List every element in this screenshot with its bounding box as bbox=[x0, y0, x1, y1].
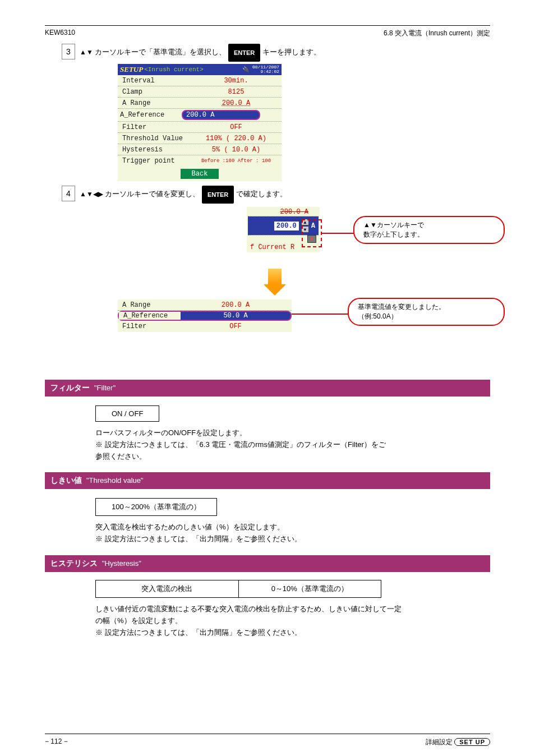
setup-screen: SETUP <Inrush current> 🔌 08/11/2007 9:42… bbox=[118, 64, 282, 181]
section-hysteresis-bar: ヒステリシス "Hysteresis" bbox=[45, 555, 490, 572]
section-threshold-jp: しきい値 bbox=[50, 476, 82, 485]
filter-body: ローパスフィルターのON/OFFを設定します。 ※ 設定方法につきましては、「6… bbox=[95, 427, 490, 462]
footer-right: 詳細設定 SET UP bbox=[426, 737, 490, 747]
filter-body-1: ローパスフィルターのON/OFFを設定します。 bbox=[95, 427, 490, 439]
section-filter-bar: フィルター "Filter" bbox=[45, 380, 490, 397]
step-4: 4 ▲▼◀▶ カーソルキーで値を変更し、 ENTER で確定します。 bbox=[45, 186, 490, 204]
value-aref-selected[interactable]: 200.0 A bbox=[182, 110, 260, 120]
value-arange: 200.0 A bbox=[195, 99, 277, 107]
screen-time: 9:42:02 bbox=[260, 69, 279, 74]
label-interval: Interval bbox=[122, 77, 195, 85]
label-aref: A_Reference bbox=[120, 111, 182, 119]
after-screenshot: A Range 200.0 A A_Reference 50.0 A Filte… bbox=[118, 299, 292, 332]
header-rule bbox=[45, 25, 490, 26]
cursor-icons: ▲▼◀▶ bbox=[80, 190, 103, 198]
screen-titlebar: SETUP <Inrush current> 🔌 08/11/2007 9:42… bbox=[118, 64, 282, 75]
step-3: 3 ▲▼ カーソルキーで「基準電流」を選択し、 ENTER キーを押します。 bbox=[45, 44, 490, 62]
after-value-aref[interactable]: 50.0 A bbox=[181, 312, 290, 320]
callout-updown: ▲▼カーソルキーで 数字が上下します。 bbox=[353, 216, 505, 244]
callout-changed: 基準電流値を変更しました。 （例:50.0A） bbox=[348, 298, 505, 326]
section-hysteresis-en: "Hysteresis" bbox=[102, 559, 141, 568]
after-label-arange: A Range bbox=[122, 301, 184, 309]
hysteresis-body: しきい値付近の電流変動による不要な突入電流の検出を防止するため、しきい値に対して… bbox=[95, 603, 490, 638]
row-arange: A Range 200.0 A bbox=[118, 98, 282, 109]
value-interval: 30min. bbox=[195, 77, 277, 85]
up-down-icon: ▲▼ bbox=[80, 48, 93, 56]
value-filter: OFF bbox=[195, 123, 277, 131]
row-interval: Interval 30min. bbox=[118, 75, 282, 86]
screen-subtitle: <Inrush current> bbox=[144, 66, 204, 73]
back-button[interactable]: Back bbox=[181, 169, 219, 179]
spinner-value-input[interactable]: 200.0 bbox=[273, 220, 300, 232]
callout1-l1: ▲▼カーソルキーで bbox=[363, 220, 495, 230]
spinner-old-value: 200.0 A bbox=[248, 208, 319, 216]
label-threshold: Threshold Value bbox=[122, 135, 195, 142]
after-row-aref: A_Reference 50.0 A bbox=[118, 311, 292, 321]
step-text: ▲▼◀▶ カーソルキーで値を変更し、 ENTER で確定します。 bbox=[80, 186, 490, 204]
callout2-l1: 基準電流値を変更しました。 bbox=[358, 302, 495, 312]
setup-logo: SETUP bbox=[120, 65, 143, 74]
row-hysteresis: Hysteresis 5% ( 10.0 A) bbox=[118, 144, 282, 155]
page-footer: − 112 − 詳細設定 SET UP bbox=[45, 734, 490, 747]
trigger-after: After : 100 bbox=[238, 158, 271, 164]
filter-body-3: 参照ください。 bbox=[95, 451, 490, 463]
hyst-box-right: 0～10%（基準電流の） bbox=[238, 580, 382, 598]
section-threshold-en: "Threshold value" bbox=[86, 476, 144, 485]
red-dashed-highlight bbox=[302, 219, 322, 247]
step3-text-a: カーソルキーで「基準電流」を選択し、 bbox=[95, 48, 226, 56]
after-value-arange: 200.0 A bbox=[184, 301, 287, 309]
after-row-arange: A Range 200.0 A bbox=[118, 299, 292, 311]
section-threshold-bar: しきい値 "Threshold value" bbox=[45, 472, 490, 489]
section-hysteresis-jp: ヒステリシス bbox=[50, 559, 98, 568]
footer-right-label: 詳細設定 bbox=[426, 738, 453, 746]
threshold-body-2: ※ 設定方法につきましては、「出力間隔」をご参照ください。 bbox=[95, 533, 490, 545]
enter-key: ENTER bbox=[202, 186, 234, 204]
filter-body-2: ※ 設定方法につきましては、「6.3 電圧・電流のrms値測定」のフィルター（F… bbox=[95, 439, 490, 451]
screen-status-icons: 🔌 08/11/2007 9:42:02 bbox=[242, 65, 279, 74]
value-trigger: Before :100 After : 100 bbox=[195, 158, 277, 164]
step-text: ▲▼ カーソルキーで「基準電流」を選択し、 ENTER キーを押します。 bbox=[80, 44, 490, 62]
section-filter-en: "Filter" bbox=[94, 384, 116, 392]
after-row-filter: Filter OFF bbox=[118, 321, 292, 332]
hyst-body-1: しきい値付近の電流変動による不要な突入電流の検出を防止するため、しきい値に対して… bbox=[95, 603, 490, 615]
header-right: 6.8 突入電流（Inrush current）測定 bbox=[384, 29, 490, 38]
value-clamp: 8125 bbox=[195, 88, 277, 96]
step4-illustration: 200.0 A 200.0 ▲ ▼ A ✖ f Current R ▲▼カーソル… bbox=[118, 207, 490, 370]
back-row: Back bbox=[118, 167, 282, 181]
setup-pill: SET UP bbox=[454, 738, 490, 746]
label-clamp: Clamp bbox=[122, 88, 195, 96]
header-left: KEW6310 bbox=[45, 29, 75, 38]
threshold-body: 突入電流を検出するためのしきい値（%）を設定します。 ※ 設定方法につきましては… bbox=[95, 522, 490, 545]
step4-text-a: カーソルキーで値を変更し、 bbox=[105, 190, 200, 198]
page-header: KEW6310 6.8 突入電流（Inrush current）測定 bbox=[45, 29, 490, 38]
section-filter-jp: フィルター bbox=[50, 383, 90, 392]
label-hysteresis: Hysteresis bbox=[122, 146, 195, 154]
label-trigger: Trigger point bbox=[122, 157, 195, 165]
threshold-options-box: 100～200%（基準電流の） bbox=[95, 498, 217, 516]
step-number: 3 bbox=[62, 44, 75, 59]
enter-key: ENTER bbox=[228, 44, 260, 62]
label-filter: Filter bbox=[122, 123, 195, 131]
callout2-l2: （例:50.0A） bbox=[358, 312, 495, 321]
value-threshold: 110% ( 220.0 A) bbox=[195, 135, 277, 142]
threshold-body-1: 突入電流を検出するためのしきい値（%）を設定します。 bbox=[95, 522, 490, 533]
page-number: − 112 − bbox=[45, 737, 68, 747]
hysteresis-options-box: 突入電流の検出 0～10%（基準電流の） bbox=[95, 580, 381, 598]
step4-text-b: で確定します。 bbox=[236, 190, 287, 198]
row-threshold: Threshold Value 110% ( 220.0 A) bbox=[118, 133, 282, 144]
value-hysteresis: 5% ( 10.0 A) bbox=[195, 146, 277, 154]
row-trigger: Trigger point Before :100 After : 100 bbox=[118, 155, 282, 167]
row-filter: Filter OFF bbox=[118, 122, 282, 133]
after-label-aref: A_Reference bbox=[119, 312, 181, 320]
hyst-body-2: の幅（%）を設定します。 bbox=[95, 615, 490, 627]
trigger-before: Before :100 bbox=[201, 158, 234, 164]
filter-options-box: ON / OFF bbox=[95, 405, 159, 422]
step-number: 4 bbox=[62, 186, 75, 201]
hyst-body-3: ※ 設定方法につきましては、「出力間隔」をご参照ください。 bbox=[95, 627, 490, 639]
after-value-filter: OFF bbox=[184, 322, 287, 330]
hyst-box-left: 突入電流の検出 bbox=[95, 580, 238, 598]
row-clamp: Clamp 8125 bbox=[118, 86, 282, 98]
callout1-l2: 数字が上下します。 bbox=[363, 230, 495, 239]
after-label-filter: Filter bbox=[122, 322, 184, 330]
step3-text-b: キーを押します。 bbox=[262, 48, 321, 56]
